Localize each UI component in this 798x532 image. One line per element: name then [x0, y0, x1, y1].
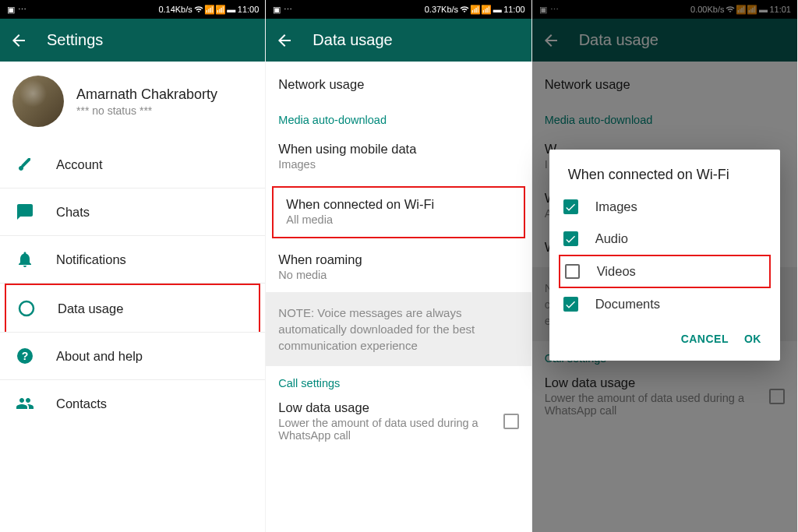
page-title: Settings	[47, 31, 103, 49]
profile-row[interactable]: Amarnath Chakraborty *** no status ***	[0, 62, 265, 141]
avatar	[12, 76, 64, 127]
ok-button[interactable]: OK	[744, 333, 761, 345]
option-label: Audio	[595, 231, 628, 246]
checkbox-icon	[563, 199, 578, 214]
settings-item-chats[interactable]: Chats	[0, 188, 265, 236]
screen-data-usage: ▣⋯ 0.37Kb/s 📶 📶 ▬ 11:00 Data usage Netwo…	[266, 0, 531, 532]
screen-settings: ▣ ⋯ 0.14Kb/s 📶 📶 ▬ 11:00 Settings Amarna…	[0, 0, 266, 532]
checkbox-icon	[565, 264, 580, 279]
row-low-data[interactable]: Low data usage Lower the amount of data …	[266, 396, 531, 453]
checkbox-icon	[563, 297, 578, 312]
profile-status: *** no status ***	[76, 104, 217, 117]
battery-icon: ▬	[493, 5, 502, 14]
signal-icon-2: 📶	[216, 5, 225, 14]
checkbox-low-data[interactable]	[503, 414, 519, 429]
help-icon: ?	[16, 347, 34, 365]
image-icon: ▣	[6, 5, 16, 14]
signal-icon: 📶	[205, 5, 214, 14]
screen-wifi-dialog: ▣⋯ 0.00Kb/s 📶 📶 ▬ 11:01 Data usage Netwo…	[532, 0, 798, 532]
chat-icon	[16, 203, 34, 221]
data-usage-list: Network usage Media auto-download When u…	[266, 62, 531, 532]
settings-item-label: Contacts	[56, 396, 107, 411]
checkbox-icon	[563, 231, 578, 246]
cancel-button[interactable]: CANCEL	[681, 333, 729, 345]
section-media-autodownload: Media auto-download	[266, 103, 531, 132]
status-bar: ▣⋯ 0.37Kb/s 📶 📶 ▬ 11:00	[266, 0, 531, 19]
section-call-settings: Call settings	[266, 366, 531, 396]
settings-item-notifications[interactable]: Notifications	[0, 236, 265, 284]
back-icon[interactable]	[9, 31, 28, 50]
contacts-icon	[16, 394, 34, 413]
option-label: Videos	[597, 264, 636, 279]
row-mobile-data[interactable]: When using mobile data Images	[266, 132, 531, 181]
row-title: Network usage	[278, 77, 518, 92]
row-sub: No media	[278, 269, 518, 281]
network-speed: 0.37Kb/s	[425, 5, 458, 14]
image-icon: ▣	[272, 5, 281, 14]
row-roaming[interactable]: When roaming No media	[266, 243, 531, 292]
option-videos[interactable]: Videos	[559, 255, 771, 288]
settings-list: Amarnath Chakraborty *** no status *** A…	[0, 62, 265, 532]
row-sub: Lower the amount of data used during a W…	[278, 417, 495, 442]
option-documents[interactable]: Documents	[549, 288, 780, 320]
bell-icon	[16, 250, 34, 269]
row-title: When roaming	[278, 252, 518, 267]
network-speed: 0.14Kb/s	[158, 5, 192, 14]
more-icon: ⋯	[284, 5, 292, 15]
settings-item-account[interactable]: Account	[0, 141, 265, 188]
row-sub: Images	[278, 158, 518, 171]
data-icon	[17, 299, 36, 318]
status-bar: ▣ ⋯ 0.14Kb/s 📶 📶 ▬ 11:00	[0, 0, 265, 19]
page-title: Data usage	[312, 31, 392, 49]
profile-name: Amarnath Chakraborty	[76, 86, 217, 103]
dialog-wifi-media: When connected on Wi-Fi Images Audio Vid…	[549, 150, 780, 361]
row-title: When connected on Wi-Fi	[286, 197, 510, 212]
row-wifi[interactable]: When connected on Wi-Fi All media	[272, 186, 524, 238]
settings-item-label: About and help	[56, 349, 143, 364]
settings-item-label: Account	[56, 157, 103, 172]
key-icon	[16, 155, 34, 174]
battery-icon: ▬	[227, 5, 236, 14]
settings-item-label: Data usage	[58, 301, 123, 316]
more-icon: ⋯	[18, 5, 26, 15]
clock: 11:00	[503, 5, 525, 14]
option-label: Documents	[595, 297, 660, 312]
row-title: Low data usage	[278, 400, 495, 415]
dialog-title: When connected on Wi-Fi	[549, 167, 780, 191]
row-title: When using mobile data	[278, 142, 518, 157]
signal-icon: 📶	[471, 5, 480, 14]
signal-icon-2: 📶	[482, 5, 491, 14]
app-bar: Data usage	[266, 19, 531, 62]
note-voice-messages: NOTE: Voice messages are always automati…	[266, 292, 531, 366]
settings-item-label: Notifications	[56, 252, 126, 267]
settings-item-label: Chats	[56, 205, 90, 220]
app-bar: Settings	[0, 19, 265, 62]
option-audio[interactable]: Audio	[549, 223, 780, 255]
settings-item-about[interactable]: ? About and help	[0, 332, 265, 380]
back-icon[interactable]	[275, 31, 294, 50]
dialog-actions: CANCEL OK	[549, 320, 780, 356]
option-label: Images	[595, 199, 637, 214]
settings-item-data-usage[interactable]: Data usage	[5, 284, 260, 332]
svg-point-0	[19, 301, 34, 315]
wifi-icon	[460, 5, 469, 14]
settings-item-contacts[interactable]: Contacts	[0, 380, 265, 427]
wifi-icon	[194, 5, 203, 14]
network-usage-row[interactable]: Network usage	[266, 62, 531, 103]
row-sub: All media	[286, 213, 510, 226]
svg-text:?: ?	[22, 350, 29, 362]
clock: 11:00	[238, 5, 260, 14]
option-images[interactable]: Images	[549, 191, 780, 223]
